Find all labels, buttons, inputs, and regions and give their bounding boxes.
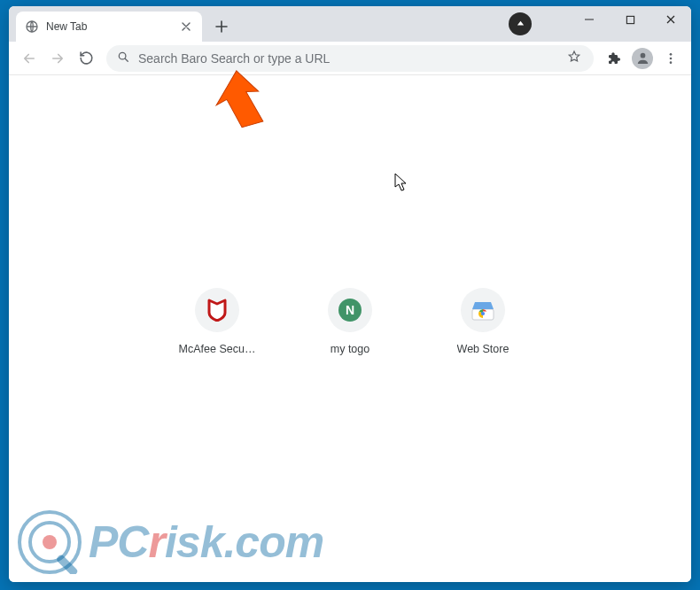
omnibox[interactable] xyxy=(106,45,594,72)
svg-point-4 xyxy=(670,53,673,56)
tab-title: New Tab xyxy=(46,20,172,33)
tab-search-button[interactable] xyxy=(509,12,532,35)
new-tab-page: McAfee Secu… N my togo xyxy=(9,75,691,582)
search-icon xyxy=(117,50,129,66)
tab-new-tab[interactable]: New Tab xyxy=(16,12,202,42)
menu-button[interactable] xyxy=(657,45,684,72)
toolbar xyxy=(9,42,691,75)
minimize-button[interactable] xyxy=(569,6,610,33)
shortcut-my-togo[interactable]: N my togo xyxy=(310,288,390,355)
avatar-icon xyxy=(632,48,653,69)
tab-strip: New Tab xyxy=(9,6,234,42)
maximize-button[interactable] xyxy=(610,6,650,33)
shortcut-label: my togo xyxy=(331,343,369,355)
browser-window: New Tab xyxy=(9,6,691,582)
back-button[interactable] xyxy=(16,45,43,72)
window-controls xyxy=(569,6,691,33)
reload-button[interactable] xyxy=(73,45,99,72)
profile-button[interactable] xyxy=(629,45,656,72)
globe-icon xyxy=(25,19,39,34)
extensions-button[interactable] xyxy=(601,45,627,72)
svg-rect-1 xyxy=(626,16,634,23)
mcafee-icon xyxy=(195,288,239,332)
tab-strip-bar: New Tab xyxy=(9,6,691,42)
shortcuts-row: McAfee Secu… N my togo xyxy=(177,288,523,355)
window-close-button[interactable] xyxy=(650,6,691,33)
new-tab-button[interactable] xyxy=(209,14,234,39)
shortcut-mcafee[interactable]: McAfee Secu… xyxy=(177,288,257,355)
svg-point-5 xyxy=(670,57,673,59)
shortcut-label: McAfee Secu… xyxy=(179,343,256,355)
forward-button[interactable] xyxy=(44,45,71,72)
svg-point-3 xyxy=(640,53,645,58)
svg-point-6 xyxy=(670,61,673,64)
shortcut-label: Web Store xyxy=(457,343,509,355)
n-badge-icon: N xyxy=(328,288,372,332)
bookmark-star-icon[interactable] xyxy=(565,50,583,67)
shortcut-web-store[interactable]: Web Store xyxy=(443,288,523,355)
webstore-icon xyxy=(461,288,505,332)
svg-point-9 xyxy=(481,312,485,315)
address-input[interactable] xyxy=(138,51,556,66)
close-icon[interactable] xyxy=(179,19,193,34)
